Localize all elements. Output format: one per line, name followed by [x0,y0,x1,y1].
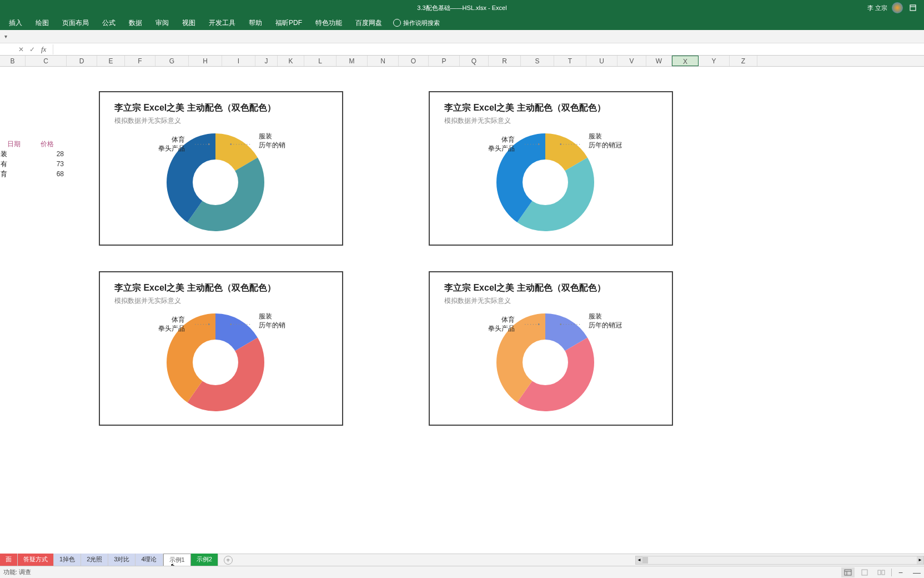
donut-chart-4[interactable]: 李立宗 Excel之美 主动配色（双色配色） 模拟数据并无实际意义 体育拳头产品… [429,271,673,426]
data-cell: 68 [28,169,67,179]
source-data-table: 日期 价格 装 28 有 73 育 68 [0,139,67,179]
column-header-Q[interactable]: Q [460,56,489,66]
column-header-N[interactable]: N [368,56,399,66]
sheet-tab-7[interactable]: 示例2 [191,554,218,566]
ribbon-tab-special[interactable]: 特色功能 [309,16,349,30]
formula-input[interactable] [53,44,924,54]
sheet-tab-0[interactable]: 面 [0,554,18,566]
view-page-break-button[interactable] [875,567,888,577]
donut-chart-2[interactable]: 李立宗 Excel之美 主动配色（双色配色） 模拟数据并无实际意义 体育拳头产品… [429,91,673,246]
svg-rect-5 [862,570,867,575]
sheet-tab-5[interactable]: 4理论 [135,554,163,566]
column-header-O[interactable]: O [399,56,429,66]
column-header-W[interactable]: W [646,56,672,66]
data-cell: 装 [0,149,28,159]
worksheet-grid[interactable]: 日期 价格 装 28 有 73 育 68 李立宗 Excel之美 主动配色（双色… [0,67,924,471]
ribbon-tab-foxit-pdf[interactable]: 福昕PDF [269,16,309,30]
leader-line: ·····• [195,141,211,147]
chart-subtitle: 模拟数据并无实际意义 [444,296,657,306]
scroll-left-icon[interactable]: ◄ [636,556,642,564]
sheet-tab-1[interactable]: 答疑方式 [18,554,54,566]
column-header-D[interactable]: D [67,56,97,66]
leader-line: ·····• [525,321,541,327]
svg-rect-2 [845,570,851,575]
data-header-price: 价格 [28,139,67,149]
ribbon-tab-page-layout[interactable]: 页面布局 [56,16,96,30]
user-name: 李 立宗 [867,4,887,12]
chart-label-right: 服装历年的销 [259,132,285,150]
column-header-R[interactable]: R [489,56,521,66]
column-header-F[interactable]: F [125,56,155,66]
ribbon-tabs: 插入 绘图 页面布局 公式 数据 审阅 视图 开发工具 帮助 福昕PDF 特色功… [0,16,924,30]
column-header-U[interactable]: U [586,56,617,66]
fx-icon[interactable]: fx [41,45,46,54]
data-cell: 有 [0,159,28,169]
leader-line: ·····• [195,321,211,327]
sheet-tab-2[interactable]: 1掉色 [54,554,81,566]
sheet-tab-4[interactable]: 3对比 [108,554,135,566]
sheet-tab-3[interactable]: 2光照 [81,554,108,566]
chart-subtitle: 模拟数据并无实际意义 [114,116,328,126]
scroll-right-icon[interactable]: ► [917,556,923,564]
column-header-I[interactable]: I [222,56,255,66]
chart-title: 李立宗 Excel之美 主动配色（双色配色） [114,102,328,114]
ribbon-display-options-icon[interactable] [907,2,918,13]
user-avatar[interactable] [892,2,903,13]
column-header-L[interactable]: L [304,56,337,66]
ribbon-tab-insert[interactable]: 插入 [2,16,29,30]
leader-line: •······· [560,321,581,327]
view-normal-button[interactable] [841,567,855,577]
chart-label-left: 体育拳头产品 [488,316,515,333]
donut-chart-1[interactable]: 李立宗 Excel之美 主动配色（双色配色） 模拟数据并无实际意义 体育拳头产品… [99,91,343,246]
new-sheet-button[interactable]: + [224,556,233,565]
column-header-E[interactable]: E [97,56,125,66]
ribbon-tab-view[interactable]: 视图 [175,16,202,30]
column-header-Z[interactable]: Z [730,56,757,66]
chart-subtitle: 模拟数据并无实际意义 [114,296,328,306]
expand-dropdown-icon[interactable]: ▾ [4,33,7,39]
ribbon-tab-developer[interactable]: 开发工具 [202,16,242,30]
leader-line: •······· [560,141,581,147]
column-header-C[interactable]: C [26,56,67,66]
column-header-H[interactable]: H [189,56,222,66]
horizontal-scrollbar[interactable]: ◄ ► [635,556,924,565]
ribbon-tab-review[interactable]: 审阅 [149,16,175,30]
zoom-in-button[interactable]: — [910,568,924,577]
tell-me-search[interactable]: 操作说明搜索 [393,19,440,27]
column-header-Y[interactable]: Y [699,56,730,66]
view-page-layout-button[interactable] [858,567,871,577]
column-header-P[interactable]: P [429,56,460,66]
confirm-formula-button[interactable]: ✓ [27,45,38,54]
column-header-V[interactable]: V [617,56,646,66]
ribbon-tab-draw[interactable]: 绘图 [29,16,56,30]
column-header-K[interactable]: K [278,56,304,66]
lightbulb-icon [393,19,401,27]
column-header-J[interactable]: J [255,56,278,66]
column-header-X[interactable]: X [672,56,699,66]
svg-rect-6 [878,570,881,575]
chart-title: 李立宗 Excel之美 主动配色（双色配色） [444,102,657,114]
ribbon-tab-data[interactable]: 数据 [122,16,149,30]
scroll-thumb[interactable] [642,557,648,564]
quick-access-bar: ▾ [0,30,924,43]
chart-label-left: 体育拳头产品 [158,316,185,333]
donut-chart-3[interactable]: 李立宗 Excel之美 主动配色（双色配色） 模拟数据并无实际意义 体育拳头产品… [99,271,343,426]
chart-subtitle: 模拟数据并无实际意义 [444,116,657,126]
column-header-S[interactable]: S [521,56,554,66]
data-cell: 育 [0,169,28,179]
data-header-date: 日期 [0,139,28,149]
column-header-B[interactable]: B [0,56,26,66]
svg-rect-0 [910,5,916,11]
cancel-formula-button[interactable]: ✕ [16,45,27,54]
zoom-out-button[interactable]: − [895,568,906,577]
formula-bar: ✕ ✓ fx [0,43,924,56]
title-bar: 3.3配色基础——HSL.xlsx - Excel 李 立宗 [0,0,924,16]
data-cell: 73 [28,159,67,169]
chart-label-right: 服装历年的销冠 [589,312,622,330]
column-header-G[interactable]: G [155,56,189,66]
ribbon-tab-help[interactable]: 帮助 [242,16,269,30]
ribbon-tab-formula[interactable]: 公式 [96,16,122,30]
column-header-M[interactable]: M [337,56,368,66]
column-header-T[interactable]: T [554,56,586,66]
ribbon-tab-baidu[interactable]: 百度网盘 [349,16,389,30]
